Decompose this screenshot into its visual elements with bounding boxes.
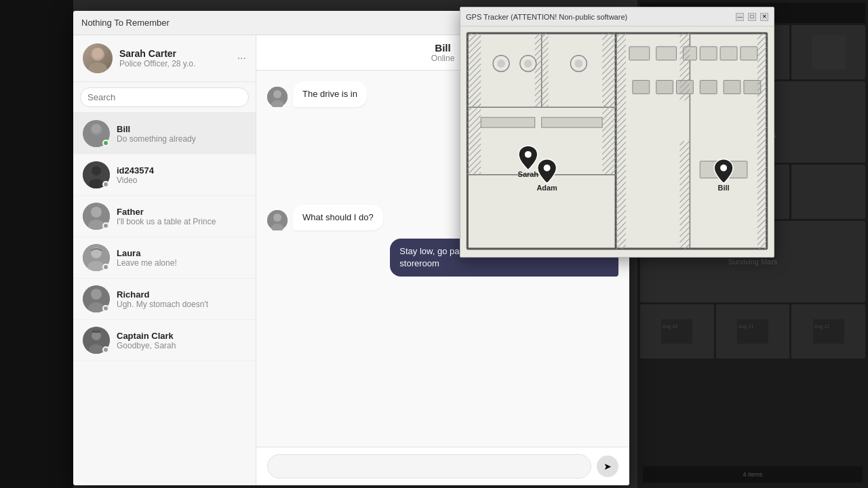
svg-rect-95	[679, 33, 690, 100]
gps-title: GPS Tracker (ATTENTION! Non-public softw…	[466, 13, 732, 21]
msg-avatar-4	[267, 210, 288, 230]
msg-bubble-4: What should I do?	[293, 205, 383, 230]
svg-rect-59	[467, 33, 481, 107]
online-indicator-laura	[102, 264, 109, 270]
svg-rect-35	[92, 330, 100, 333]
contact-avatar-wrap-richard	[83, 285, 110, 312]
contact-item-bill[interactable]: Bill Do something already	[73, 113, 256, 155]
svg-rect-86	[542, 117, 602, 127]
contact-name-richard: Richard	[117, 289, 246, 300]
contact-item-id243574[interactable]: id243574 Video	[73, 155, 256, 196]
thumb-6	[791, 165, 865, 219]
search-input[interactable]	[80, 87, 249, 107]
thumb-row-3: Aug 10 Aug 11 Aug 12	[640, 304, 865, 359]
svg-rect-93	[616, 33, 626, 249]
contact-info-father: Father I'll book us a table at Prince	[117, 207, 246, 226]
contact-avatar-wrap-father	[83, 203, 110, 230]
contact-name-laura: Laura	[117, 248, 246, 258]
msg-text-4: What should I do?	[302, 212, 374, 222]
svg-text:Aug 11: Aug 11	[738, 324, 753, 329]
svg-rect-66	[656, 47, 677, 60]
gps-title-bar: GPS Tracker (ATTENTION! Non-public softw…	[460, 7, 774, 26]
svg-rect-72	[720, 47, 737, 60]
svg-point-80	[497, 60, 505, 68]
svg-point-87	[525, 151, 532, 158]
svg-text:Adam: Adam	[536, 184, 557, 192]
svg-rect-73	[741, 47, 757, 60]
svg-point-30	[91, 289, 102, 300]
thumb-3	[791, 25, 865, 79]
gps-maximize-button[interactable]: □	[748, 13, 756, 21]
svg-point-43	[273, 214, 281, 222]
sidebar: Sarah Carter Police Officer, 28 y.o. ···	[73, 35, 256, 485]
svg-rect-96	[679, 141, 690, 249]
chat-header-info: Bill Online	[431, 42, 455, 63]
svg-rect-94	[757, 33, 767, 249]
items-count: 4 items	[743, 471, 762, 478]
send-button[interactable]: ➤	[597, 455, 618, 477]
svg-rect-65	[629, 47, 650, 60]
svg-rect-3	[812, 35, 846, 69]
contact-preview-captain: Goodbye, Sarah	[117, 341, 246, 350]
contact-item-father[interactable]: Father I'll book us a table at Prince	[73, 196, 256, 237]
contact-avatar-wrap-captain	[83, 327, 110, 354]
svg-text:Aug 10: Aug 10	[663, 324, 677, 329]
svg-point-89	[544, 165, 551, 171]
contact-info-id: id243574 Video	[117, 165, 246, 185]
svg-rect-62	[467, 100, 481, 174]
contact-list: Bill Do something already	[73, 113, 256, 485]
svg-point-15	[88, 62, 107, 73]
contact-avatar-wrap-laura	[83, 244, 110, 271]
contact-name-captain: Captain Clark	[117, 331, 246, 341]
contact-avatar-wrap-id	[83, 161, 110, 188]
floor-plan-svg: Sarah Adam Bill	[460, 26, 774, 257]
svg-rect-74	[700, 81, 717, 94]
svg-point-82	[524, 60, 532, 68]
online-indicator-richard	[102, 305, 109, 312]
svg-point-84	[574, 60, 583, 68]
thumb-7: Aug 10	[640, 304, 714, 359]
chat-header-name: Bill	[431, 42, 455, 54]
thumb-8: Aug 11	[716, 304, 790, 359]
online-indicator-id	[102, 181, 109, 188]
svg-rect-75	[724, 81, 741, 94]
online-indicator-captain	[102, 346, 109, 353]
contact-preview-bill: Do something already	[117, 134, 246, 144]
svg-point-40	[273, 90, 281, 98]
contact-preview-laura: Leave me alone!	[117, 258, 246, 268]
contact-preview-father: I'll book us a table at Prince	[117, 217, 246, 226]
svg-point-19	[92, 124, 101, 134]
gps-close-button[interactable]: ✕	[760, 13, 768, 21]
msg-bubble-1: The drive is in	[293, 81, 367, 107]
svg-point-16	[92, 48, 103, 59]
profile-avatar	[83, 43, 113, 73]
profile-menu-button[interactable]: ···	[237, 52, 246, 64]
msg-text-1: The drive is in	[302, 89, 357, 99]
svg-rect-7	[812, 175, 846, 209]
gps-minimize-button[interactable]: —	[736, 13, 744, 21]
contact-name-id: id243574	[117, 165, 246, 176]
contact-info-captain: Captain Clark Goodbye, Sarah	[117, 331, 246, 350]
contact-preview-richard: Ugh. My stomach doesn't	[117, 300, 246, 309]
thumb-9: Aug 12	[791, 304, 865, 359]
gps-map: Sarah Adam Bill	[460, 26, 774, 257]
svg-point-24	[91, 207, 102, 218]
contact-info-laura: Laura Leave me alone!	[117, 248, 246, 268]
svg-rect-61	[535, 33, 549, 107]
svg-rect-71	[700, 47, 717, 60]
svg-rect-10	[737, 319, 768, 344]
sidebar-profile: Sarah Carter Police Officer, 28 y.o. ···	[73, 35, 256, 82]
contact-item-captain-clark[interactable]: Captain Clark Goodbye, Sarah	[73, 320, 256, 361]
profile-name: Sarah Carter	[119, 48, 231, 59]
svg-text:Aug 12: Aug 12	[814, 324, 829, 329]
message-input[interactable]	[267, 454, 591, 479]
contact-item-richard[interactable]: Richard Ugh. My stomach doesn't	[73, 279, 256, 320]
contact-item-laura[interactable]: Laura Leave me alone!	[73, 237, 256, 279]
gps-marker-sarah: Sarah	[518, 146, 538, 178]
contact-info-richard: Richard Ugh. My stomach doesn't	[117, 289, 246, 309]
gps-tracker-window: GPS Tracker (ATTENTION! Non-public softw…	[460, 7, 774, 258]
online-indicator-father	[102, 222, 109, 229]
search-box	[73, 82, 256, 113]
svg-point-21	[92, 166, 101, 176]
svg-rect-63	[602, 100, 616, 174]
